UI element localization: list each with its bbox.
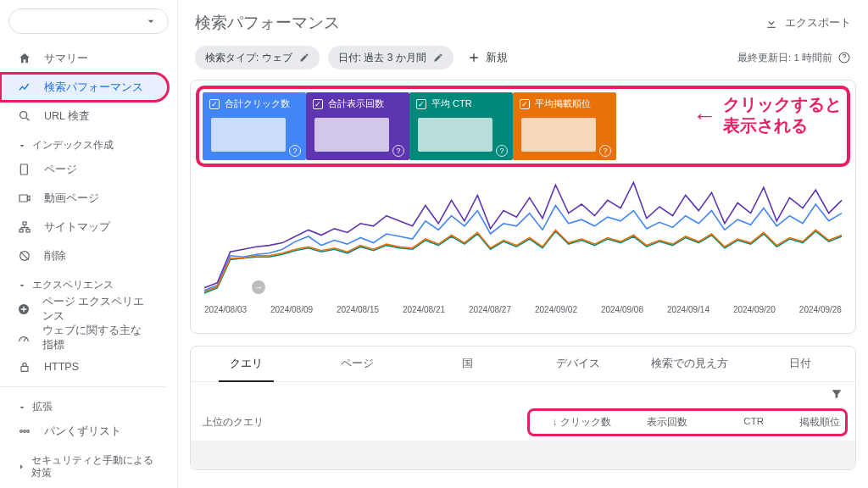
help-icon[interactable]: ?: [599, 145, 611, 157]
tab-1[interactable]: ページ: [302, 347, 413, 381]
section-title: セキュリティと手動による対策: [31, 454, 160, 480]
x-tick: 2024/08/21: [403, 305, 445, 314]
chevron-right-icon: [17, 462, 26, 472]
export-button[interactable]: エクスポート: [765, 15, 851, 30]
table-body: [191, 441, 855, 469]
section-enhancements[interactable]: 拡張: [0, 392, 177, 417]
svg-rect-8: [21, 366, 28, 371]
speed-icon: [17, 331, 31, 345]
metric-card-3[interactable]: ✓平均掲載順位?: [513, 92, 616, 160]
section-title: インデックス作成: [32, 139, 114, 152]
sidebar-item-summary[interactable]: サマリー: [0, 44, 169, 73]
plus-circle-icon: [17, 302, 31, 316]
metric-card-0[interactable]: ✓合計クリック数?: [203, 92, 306, 160]
sidebar-item-breadcrumbs[interactable]: パンくずリスト: [0, 417, 169, 446]
x-tick: 2024/09/08: [601, 305, 643, 314]
section-security[interactable]: セキュリティと手動による対策: [0, 446, 177, 483]
checkbox-icon: ✓: [416, 99, 426, 109]
x-tick: 2024/08/09: [270, 305, 313, 314]
table-col-3[interactable]: 掲載順位: [764, 416, 840, 429]
help-icon[interactable]: ?: [392, 145, 404, 157]
x-tick: 2024/08/27: [469, 305, 511, 314]
sidebar-item-pages[interactable]: ページ: [0, 155, 169, 184]
sidebar-item-label: ウェブに関する主な指標: [42, 324, 152, 352]
sidebar-item-video-pages[interactable]: 動画ページ: [0, 184, 169, 213]
pencil-icon: [433, 53, 443, 63]
x-tick: 2024/09/14: [667, 305, 709, 314]
metric-label: 合計表示回数: [328, 97, 384, 110]
video-icon: [17, 191, 32, 205]
table-col-0[interactable]: ↓ クリック数: [535, 416, 611, 429]
remove-icon: [17, 249, 32, 263]
home-icon: [17, 52, 32, 65]
breadcrumb-icon: [17, 424, 32, 438]
checkbox-icon: ✓: [520, 99, 530, 109]
trend-icon: [17, 80, 32, 94]
sidebar-item-https[interactable]: HTTPS: [0, 352, 169, 381]
svg-rect-2: [19, 195, 27, 202]
arrow-left-icon: ←: [693, 101, 716, 130]
dimension-table: クエリページ国デバイス検索での見え方日付 上位のクエリ ↓ クリック数表示回数C…: [190, 346, 856, 470]
svg-rect-3: [23, 222, 26, 225]
filter-chip-date[interactable]: 日付: 過去 3 か月間: [328, 46, 453, 69]
tab-4[interactable]: 検索での見え方: [634, 347, 745, 381]
sidebar-item-search-performance[interactable]: 検索パフォーマンス: [0, 73, 169, 102]
chevron-down-icon: [17, 280, 27, 291]
sidebar-item-label: ページ: [44, 163, 77, 177]
last-updated: 最終更新日: 1 時間前: [737, 51, 851, 64]
sidebar-item-label: 検索パフォーマンス: [44, 80, 143, 95]
x-tick: 2024/09/02: [535, 305, 577, 314]
search-icon: [17, 109, 32, 123]
annotation-line2: 表示される: [723, 116, 808, 135]
x-tick: 2024/08/15: [337, 305, 379, 314]
table-col-1[interactable]: 表示回数: [611, 416, 687, 429]
checkbox-icon: ✓: [313, 99, 323, 109]
sidebar-item-page-experience[interactable]: ページ エクスペリエンス: [0, 295, 169, 324]
dimension-tabs: クエリページ国デバイス検索での見え方日付: [191, 347, 855, 382]
sidebar: サマリー 検索パフォーマンス URL 検査 インデックス作成 ページ 動画ページ…: [0, 0, 178, 488]
section-experience[interactable]: エクスペリエンス: [0, 270, 177, 295]
add-filter-label: 新規: [486, 51, 508, 65]
tab-5[interactable]: 日付: [744, 347, 855, 381]
tab-0[interactable]: クエリ: [191, 347, 302, 381]
svg-point-9: [20, 430, 23, 433]
sidebar-item-removals[interactable]: 削除: [0, 241, 169, 270]
x-tick: 2024/09/20: [733, 305, 776, 314]
sidebar-item-label: サマリー: [44, 52, 88, 66]
help-icon[interactable]: ?: [496, 145, 508, 157]
add-filter-button[interactable]: 新規: [462, 51, 513, 65]
chip-label: 日付: 過去 3 か月間: [338, 51, 426, 65]
table-header-row: 上位のクエリ ↓ クリック数表示回数CTR掲載順位: [191, 406, 855, 441]
section-indexing[interactable]: インデックス作成: [0, 130, 177, 155]
help-icon[interactable]: ?: [289, 145, 301, 157]
help-icon[interactable]: [837, 51, 851, 64]
sidebar-item-label: 動画ページ: [44, 191, 99, 206]
sidebar-item-core-web-vitals[interactable]: ウェブに関する主な指標: [0, 324, 169, 352]
chevron-down-icon: [17, 141, 27, 151]
annotation-line1: クリックすると: [723, 95, 842, 114]
tab-2[interactable]: 国: [412, 347, 523, 381]
metric-value-redacted: [521, 118, 596, 152]
property-selector[interactable]: [8, 8, 169, 34]
main-content: 検索パフォーマンス エクスポート 検索タイプ: ウェブ 日付: 過去 3 か月間…: [178, 0, 868, 488]
sidebar-item-label: URL 検査: [44, 109, 90, 124]
performance-chart: → 2024/08/032024/08/092024/08/152024/08/…: [201, 169, 845, 321]
chevron-down-icon: [144, 14, 158, 28]
chart-start-marker[interactable]: →: [252, 280, 265, 294]
metric-card-1[interactable]: ✓合計表示回数?: [306, 92, 409, 160]
svg-point-0: [20, 112, 27, 119]
metric-label: 平均掲載順位: [535, 97, 591, 110]
table-col-2[interactable]: CTR: [687, 416, 764, 429]
annotation: ← クリックすると 表示される: [693, 94, 842, 136]
filter-chip-search-type[interactable]: 検索タイプ: ウェブ: [195, 46, 320, 69]
sidebar-item-label: 削除: [44, 249, 66, 263]
pencil-icon: [299, 53, 309, 63]
tab-3[interactable]: デバイス: [523, 347, 634, 381]
metric-card-2[interactable]: ✓平均 CTR?: [409, 92, 513, 160]
sidebar-item-url-inspection[interactable]: URL 検査: [0, 102, 169, 130]
sidebar-item-label: ページ エクスペリエンス: [42, 295, 152, 324]
metric-value-redacted: [418, 118, 492, 152]
section-title: 拡張: [32, 401, 53, 413]
sidebar-item-sitemaps[interactable]: サイトマップ: [0, 213, 169, 241]
filter-icon[interactable]: [830, 387, 843, 401]
